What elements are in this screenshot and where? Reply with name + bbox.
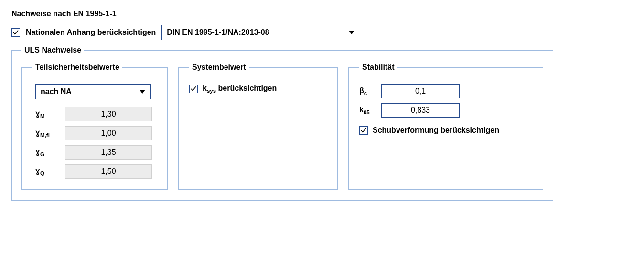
national-annex-label: Nationalen Anhang berücksichtigen xyxy=(26,28,156,37)
uls-legend: ULS Nachweise xyxy=(21,46,84,54)
gamma-m-label: ɣM xyxy=(35,109,65,119)
shear-deformation-label: Schubverformung berücksichtigen xyxy=(373,126,499,135)
shear-deformation-row: Schubverformung berücksichtigen xyxy=(359,126,532,135)
system-factor-legend: Systembeiwert xyxy=(189,63,249,72)
k05-input[interactable]: 0,833 xyxy=(381,103,460,118)
gamma-g-row: ɣG 1,35 xyxy=(35,145,157,160)
stability-fieldset: Stabilität βc 0,1 k05 0,833 Schubverform… xyxy=(348,63,543,190)
beta-c-input[interactable]: 0,1 xyxy=(381,84,460,98)
ksys-label: ksys berücksichtigen xyxy=(203,84,277,94)
uls-fieldset: ULS Nachweise Teilsicherheitsbeiwerte na… xyxy=(11,46,553,201)
gamma-q-value: 1,50 xyxy=(65,164,152,179)
k05-row: k05 0,833 xyxy=(359,103,532,118)
partial-safety-fieldset: Teilsicherheitsbeiwerte nach NA ɣM 1,30 … xyxy=(21,63,168,190)
gamma-q-label: ɣQ xyxy=(35,166,65,176)
beta-c-label: βc xyxy=(359,86,381,96)
gamma-m-value: 1,30 xyxy=(65,107,152,121)
partial-safety-source-dropdown[interactable]: nach NA xyxy=(35,84,151,99)
gamma-q-row: ɣQ 1,50 xyxy=(35,164,157,179)
partial-safety-legend: Teilsicherheitsbeiwerte xyxy=(32,63,122,72)
ksys-checkbox[interactable] xyxy=(189,85,198,93)
chevron-down-icon xyxy=(343,25,360,40)
ksys-row: ksys berücksichtigen xyxy=(189,84,327,94)
gamma-mfi-value: 1,00 xyxy=(65,126,152,140)
national-annex-row: Nationalen Anhang berücksichtigen DIN EN… xyxy=(11,25,633,40)
national-annex-dropdown-value: DIN EN 1995-1-1/NA:2013-08 xyxy=(162,25,343,40)
partial-safety-source-value: nach NA xyxy=(36,85,134,99)
gamma-g-label: ɣG xyxy=(35,147,65,157)
gamma-mfi-label: ɣM,fi xyxy=(35,128,65,138)
k05-label: k05 xyxy=(359,106,381,115)
shear-deformation-checkbox[interactable] xyxy=(359,126,368,135)
gamma-g-value: 1,35 xyxy=(65,145,152,160)
gamma-m-row: ɣM 1,30 xyxy=(35,107,157,121)
national-annex-dropdown[interactable]: DIN EN 1995-1-1/NA:2013-08 xyxy=(161,25,360,40)
stability-legend: Stabilität xyxy=(359,63,397,72)
system-factor-fieldset: Systembeiwert ksys berücksichtigen xyxy=(178,63,338,190)
gamma-mfi-row: ɣM,fi 1,00 xyxy=(35,126,157,140)
national-annex-checkbox[interactable] xyxy=(11,28,20,37)
beta-c-row: βc 0,1 xyxy=(359,84,532,98)
page-title: Nachweise nach EN 1995-1-1 xyxy=(11,10,633,18)
chevron-down-icon xyxy=(134,85,150,99)
